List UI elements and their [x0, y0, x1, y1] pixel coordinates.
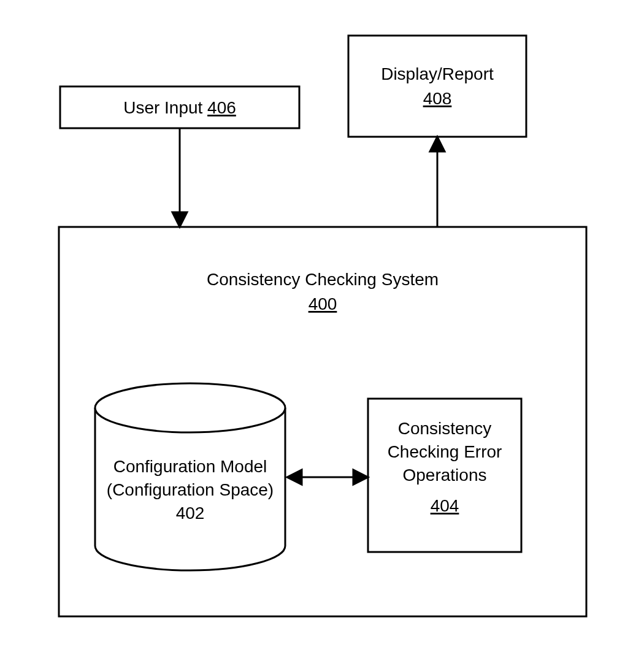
display-report-ref: 408	[423, 89, 452, 108]
user-input-ref: 406	[207, 98, 236, 117]
user-input-box: User Input 406	[60, 86, 299, 128]
system-ref: 400	[309, 294, 337, 313]
config-model-ref: 402	[176, 504, 205, 523]
display-report-box: Display/Report 408	[348, 36, 526, 137]
ops-ref: 404	[431, 496, 459, 515]
system-label: Consistency Checking System	[207, 270, 439, 289]
display-report-label: Display/Report	[381, 64, 494, 83]
ops-box: Consistency Checking Error Operations 40…	[368, 399, 521, 552]
svg-marker-7	[172, 212, 187, 227]
svg-marker-9	[430, 137, 445, 151]
svg-point-4	[95, 383, 285, 432]
diagram-canvas: User Input 406 Display/Report 408 Consis…	[0, 0, 644, 663]
config-model-line1: Configuration Model	[113, 457, 267, 476]
svg-text:User Input
        
      406: User Input 406	[123, 98, 236, 117]
config-model-cylinder: Configuration Model (Configuration Space…	[95, 383, 285, 570]
ops-line1: Consistency	[398, 419, 492, 438]
svg-rect-2	[348, 36, 526, 137]
config-model-line2: (Configuration Space)	[107, 480, 274, 499]
ops-line3: Operations	[403, 466, 487, 485]
user-input-label: User Input	[123, 98, 202, 117]
arrow-system-to-display	[430, 137, 445, 227]
arrow-userinput-to-system	[172, 128, 187, 227]
ops-line2: Checking Error	[388, 442, 502, 461]
